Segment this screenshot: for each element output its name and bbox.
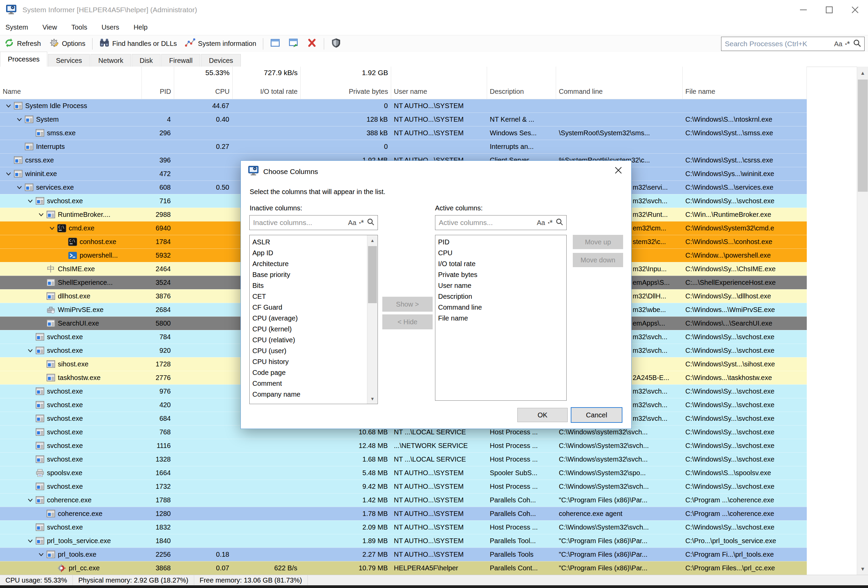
toolbar-button-find-handles-or-dlls[interactable]: Find handles or DLLs bbox=[95, 37, 181, 51]
table-row[interactable]: prl_tools_service.exe18401.89 MBNT AUTHO… bbox=[0, 534, 807, 548]
chevron-down-icon[interactable] bbox=[37, 551, 46, 558]
toolbar-button-shield-icon[interactable] bbox=[327, 37, 345, 51]
column-header-command-line[interactable]: Command line bbox=[556, 66, 683, 99]
inactive-column-item[interactable]: Base priority bbox=[249, 269, 368, 280]
table-row[interactable]: svchost.exe17329.42 MBNT AUTHO...\SYSTEM… bbox=[0, 480, 807, 493]
menu-item-tools[interactable]: Tools bbox=[66, 19, 96, 35]
inactive-list-scrollbar[interactable]: ▲ ▼ bbox=[367, 235, 378, 404]
ok-button[interactable]: OK bbox=[517, 408, 568, 422]
inactive-column-item[interactable]: CPU (kernel) bbox=[249, 324, 368, 335]
regex-icon[interactable]: ▪* bbox=[845, 39, 850, 49]
active-columns-list[interactable]: PIDCPUI/O total ratePrivate bytesUser na… bbox=[435, 235, 567, 401]
column-header-private-bytes[interactable]: 1.92 GBPrivate bytes bbox=[301, 66, 391, 99]
show-button[interactable]: Show > bbox=[382, 297, 433, 312]
toolbar-button-red-x-icon[interactable] bbox=[303, 37, 321, 51]
toolbar-button-refresh[interactable]: Refresh bbox=[0, 37, 45, 51]
tab-services[interactable]: Services bbox=[48, 54, 90, 66]
inactive-column-item[interactable]: Code page bbox=[249, 367, 368, 378]
active-column-item[interactable]: I/O total rate bbox=[435, 258, 566, 269]
regex-icon[interactable]: ▪* bbox=[359, 218, 364, 228]
column-header-cpu[interactable]: 55.33%CPU bbox=[174, 66, 233, 99]
active-column-item[interactable]: Private bytes bbox=[435, 269, 566, 280]
scroll-down-icon[interactable]: ▼ bbox=[368, 393, 378, 404]
regex-icon[interactable]: ▪* bbox=[548, 218, 553, 228]
table-row[interactable]: svchost.exe13281.68 MBNT ...\LOCAL SERVI… bbox=[0, 452, 807, 466]
menu-item-users[interactable]: Users bbox=[96, 19, 128, 35]
inactive-column-item[interactable]: Company name bbox=[249, 389, 368, 400]
table-row[interactable]: coherence.exe17881.42 MBNT AUTHO...\SYST… bbox=[0, 493, 807, 507]
inactive-column-item[interactable]: CPU (average) bbox=[249, 313, 368, 324]
minimize-button[interactable] bbox=[790, 0, 816, 19]
table-row[interactable]: coherence.exe12801.78 MBNT AUTHO...\SYST… bbox=[0, 507, 807, 520]
toolbar-button-options[interactable]: Options bbox=[45, 37, 90, 51]
move-up-button[interactable]: Move up bbox=[573, 235, 623, 249]
move-down-button[interactable]: Move down bbox=[573, 253, 623, 267]
menu-item-view[interactable]: View bbox=[37, 19, 66, 35]
active-column-item[interactable]: User name bbox=[435, 280, 566, 291]
chevron-down-icon[interactable] bbox=[47, 225, 56, 231]
inactive-column-item[interactable]: CF Guard bbox=[249, 302, 368, 313]
scrollbar-thumb[interactable] bbox=[368, 246, 377, 303]
chevron-down-icon[interactable] bbox=[37, 211, 46, 218]
column-header-pid[interactable]: PID bbox=[142, 66, 174, 99]
search-icon[interactable] bbox=[853, 39, 862, 49]
chevron-down-icon[interactable] bbox=[15, 116, 24, 123]
menu-item-help[interactable]: Help bbox=[128, 19, 156, 35]
chevron-down-icon[interactable] bbox=[4, 102, 13, 109]
chevron-down-icon[interactable] bbox=[26, 347, 35, 354]
active-column-item[interactable]: PID bbox=[435, 237, 566, 248]
tab-network[interactable]: Network bbox=[90, 54, 131, 66]
toolbar-button-window-icon[interactable] bbox=[266, 37, 284, 51]
scroll-down-icon[interactable]: ▼ bbox=[857, 563, 868, 575]
table-row[interactable]: prl_tools.exe22560.182.27 MBNT AUTHO...\… bbox=[0, 548, 807, 561]
dialog-close-icon[interactable] bbox=[611, 164, 625, 176]
search-icon[interactable] bbox=[367, 218, 375, 228]
table-row[interactable]: smss.exe296388 kBNT AUTHO...\SYSTEMWindo… bbox=[0, 126, 807, 140]
chevron-down-icon[interactable] bbox=[4, 170, 13, 177]
table-row[interactable]: spoolsv.exe16645.48 MBNT AUTHO...\SYSTEM… bbox=[0, 466, 807, 480]
table-row[interactable]: System40.40128 kBNT AUTHO...\SYSTEMNT Ke… bbox=[0, 112, 807, 126]
inactive-column-item[interactable]: App ID bbox=[249, 248, 368, 258]
table-row[interactable]: prl_cc.exe38680.07622 B/s10.79 MBHELPER4… bbox=[0, 561, 807, 575]
toolbar-button-window-new-icon[interactable] bbox=[284, 37, 303, 51]
active-column-item[interactable]: Command line bbox=[435, 302, 566, 313]
inactive-column-item[interactable]: ASLR bbox=[249, 237, 368, 248]
inactive-columns-list[interactable]: ASLRApp IDArchitectureBase priorityBitsC… bbox=[249, 235, 378, 404]
match-case-icon[interactable]: Aa bbox=[834, 40, 842, 48]
process-search-input[interactable]: Search Processes (Ctrl+K Aa ▪* bbox=[721, 37, 865, 51]
tab-devices[interactable]: Devices bbox=[201, 54, 241, 66]
active-column-item[interactable]: File name bbox=[435, 313, 566, 324]
chevron-down-icon[interactable] bbox=[26, 197, 35, 204]
tab-firewall[interactable]: Firewall bbox=[161, 54, 200, 66]
vertical-scrollbar[interactable]: ▲ ▼ bbox=[857, 66, 868, 575]
inactive-column-item[interactable]: Architecture bbox=[249, 258, 368, 269]
scroll-up-icon[interactable]: ▲ bbox=[857, 66, 868, 79]
menu-item-system[interactable]: System bbox=[0, 19, 37, 35]
column-header-user-name[interactable]: User name bbox=[391, 66, 487, 99]
chevron-down-icon[interactable] bbox=[26, 537, 35, 544]
tab-processes[interactable]: Processes bbox=[0, 52, 47, 67]
search-icon[interactable] bbox=[555, 218, 564, 228]
chevron-down-icon[interactable] bbox=[26, 497, 35, 503]
chevron-down-icon[interactable] bbox=[15, 184, 24, 191]
match-case-icon[interactable]: Aa bbox=[537, 219, 545, 227]
column-header-i-o-total-rate[interactable]: 727.9 kB/sI/O total rate bbox=[233, 66, 301, 99]
tab-disk[interactable]: Disk bbox=[131, 54, 161, 66]
maximize-button[interactable] bbox=[816, 0, 842, 19]
inactive-column-item[interactable]: CPU (relative) bbox=[249, 335, 368, 345]
inactive-column-item[interactable]: CET bbox=[249, 291, 368, 302]
table-row[interactable]: System Idle Process44.670NT AUTHO...\SYS… bbox=[0, 99, 807, 112]
active-column-item[interactable]: CPU bbox=[435, 248, 566, 258]
active-column-item[interactable]: Description bbox=[435, 291, 566, 302]
match-case-icon[interactable]: Aa bbox=[348, 219, 356, 227]
active-columns-search-input[interactable]: Active columns... Aa ▪* bbox=[435, 215, 567, 230]
inactive-column-item[interactable]: CPU history bbox=[249, 356, 368, 367]
table-row[interactable]: svchost.exe111612.48 MB...\NETWORK SERVI… bbox=[0, 439, 807, 452]
scrollbar-thumb[interactable] bbox=[858, 80, 868, 192]
table-row[interactable]: svchost.exe18322.09 MBNT AUTHO...\SYSTEM… bbox=[0, 520, 807, 534]
column-header-name[interactable]: Name bbox=[0, 66, 142, 99]
table-row[interactable]: Interrupts0.270Interrupts an... bbox=[0, 140, 807, 153]
column-header-file-name[interactable]: File name bbox=[683, 66, 807, 99]
hide-button[interactable]: < Hide bbox=[382, 314, 433, 329]
inactive-column-item[interactable]: Bits bbox=[249, 280, 368, 291]
